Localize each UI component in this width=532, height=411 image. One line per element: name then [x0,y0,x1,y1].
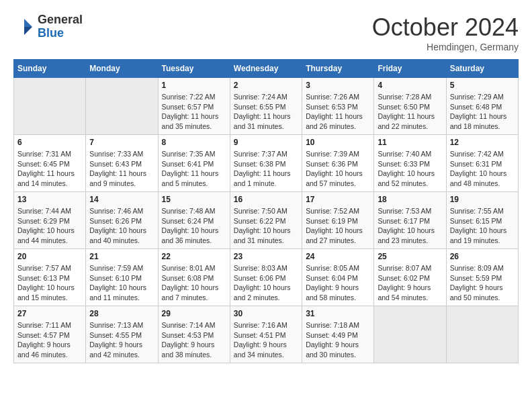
day-info: Sunrise: 7:59 AMSunset: 6:10 PMDaylight:… [89,263,154,303]
day-info: Sunrise: 8:05 AMSunset: 6:04 PMDaylight:… [306,263,370,303]
calendar-week-row: 6Sunrise: 7:31 AMSunset: 6:45 PMDaylight… [14,135,519,192]
calendar-cell: 8Sunrise: 7:35 AMSunset: 6:41 PMDaylight… [158,135,230,192]
day-number: 26 [450,252,515,261]
calendar-cell: 13Sunrise: 7:44 AMSunset: 6:29 PMDayligh… [14,192,86,249]
day-number: 4 [378,81,442,90]
page-header: General Blue October 2024 Hemdingen, Ger… [13,13,519,52]
weekday-header: Saturday [446,60,518,78]
day-number: 31 [306,309,370,318]
day-number: 6 [17,138,82,147]
location: Hemdingen, Germany [372,42,519,52]
day-number: 14 [89,195,154,204]
day-info: Sunrise: 7:14 AMSunset: 4:53 PMDaylight:… [162,320,226,360]
day-number: 18 [378,195,442,204]
calendar-week-row: 13Sunrise: 7:44 AMSunset: 6:29 PMDayligh… [14,192,519,249]
calendar-cell [14,78,86,135]
logo-text: General Blue [38,13,83,40]
calendar-cell [86,78,158,135]
calendar-cell: 21Sunrise: 7:59 AMSunset: 6:10 PMDayligh… [86,249,158,306]
day-number: 9 [234,138,298,147]
calendar-cell: 27Sunrise: 7:11 AMSunset: 4:57 PMDayligh… [14,306,86,363]
calendar-cell: 25Sunrise: 8:07 AMSunset: 6:02 PMDayligh… [374,249,446,306]
day-number: 11 [378,138,442,147]
day-number: 20 [17,252,82,261]
calendar-cell: 4Sunrise: 7:28 AMSunset: 6:50 PMDaylight… [374,78,446,135]
calendar-cell: 10Sunrise: 7:39 AMSunset: 6:36 PMDayligh… [302,135,374,192]
day-info: Sunrise: 7:24 AMSunset: 6:55 PMDaylight:… [234,92,298,132]
day-number: 28 [89,309,154,318]
logo-icon [13,16,35,38]
calendar-cell [446,306,518,363]
calendar-cell: 19Sunrise: 7:55 AMSunset: 6:15 PMDayligh… [446,192,518,249]
weekday-header: Monday [86,60,158,78]
day-info: Sunrise: 7:46 AMSunset: 6:26 PMDaylight:… [89,206,154,246]
day-info: Sunrise: 7:40 AMSunset: 6:33 PMDaylight:… [378,149,442,189]
calendar-cell: 9Sunrise: 7:37 AMSunset: 6:38 PMDaylight… [230,135,302,192]
calendar-cell: 3Sunrise: 7:26 AMSunset: 6:53 PMDaylight… [302,78,374,135]
calendar-cell [374,306,446,363]
day-info: Sunrise: 7:37 AMSunset: 6:38 PMDaylight:… [234,149,298,189]
day-info: Sunrise: 7:42 AMSunset: 6:31 PMDaylight:… [450,149,515,189]
svg-marker-0 [24,19,32,27]
calendar-cell: 18Sunrise: 7:53 AMSunset: 6:17 PMDayligh… [374,192,446,249]
calendar-cell: 24Sunrise: 8:05 AMSunset: 6:04 PMDayligh… [302,249,374,306]
weekday-header: Wednesday [230,60,302,78]
calendar-table: SundayMondayTuesdayWednesdayThursdayFrid… [13,59,519,363]
day-info: Sunrise: 7:50 AMSunset: 6:22 PMDaylight:… [234,206,298,246]
day-info: Sunrise: 7:52 AMSunset: 6:19 PMDaylight:… [306,206,370,246]
day-number: 25 [378,252,442,261]
weekday-header: Sunday [14,60,86,78]
calendar-cell: 1Sunrise: 7:22 AMSunset: 6:57 PMDaylight… [158,78,230,135]
day-info: Sunrise: 7:26 AMSunset: 6:53 PMDaylight:… [306,92,370,132]
calendar-cell: 14Sunrise: 7:46 AMSunset: 6:26 PMDayligh… [86,192,158,249]
logo: General Blue [13,13,83,40]
day-info: Sunrise: 7:57 AMSunset: 6:13 PMDaylight:… [17,263,82,303]
day-number: 23 [234,252,298,261]
calendar-week-row: 27Sunrise: 7:11 AMSunset: 4:57 PMDayligh… [14,306,519,363]
day-info: Sunrise: 8:09 AMSunset: 5:59 PMDaylight:… [450,263,515,303]
day-info: Sunrise: 7:35 AMSunset: 6:41 PMDaylight:… [162,149,226,189]
day-info: Sunrise: 7:31 AMSunset: 6:45 PMDaylight:… [17,149,82,189]
weekday-header: Thursday [302,60,374,78]
calendar-cell: 31Sunrise: 7:18 AMSunset: 4:49 PMDayligh… [302,306,374,363]
day-info: Sunrise: 7:33 AMSunset: 6:43 PMDaylight:… [89,149,154,189]
calendar-week-row: 1Sunrise: 7:22 AMSunset: 6:57 PMDaylight… [14,78,519,135]
calendar-cell: 15Sunrise: 7:48 AMSunset: 6:24 PMDayligh… [158,192,230,249]
calendar-cell: 12Sunrise: 7:42 AMSunset: 6:31 PMDayligh… [446,135,518,192]
day-info: Sunrise: 7:22 AMSunset: 6:57 PMDaylight:… [162,92,226,132]
calendar-cell: 26Sunrise: 8:09 AMSunset: 5:59 PMDayligh… [446,249,518,306]
day-number: 7 [89,138,154,147]
calendar-cell: 11Sunrise: 7:40 AMSunset: 6:33 PMDayligh… [374,135,446,192]
day-number: 29 [162,309,226,318]
day-number: 19 [450,195,515,204]
day-info: Sunrise: 7:55 AMSunset: 6:15 PMDaylight:… [450,206,515,246]
day-info: Sunrise: 8:01 AMSunset: 6:08 PMDaylight:… [162,263,226,303]
day-info: Sunrise: 7:53 AMSunset: 6:17 PMDaylight:… [378,206,442,246]
day-info: Sunrise: 7:28 AMSunset: 6:50 PMDaylight:… [378,92,442,132]
calendar-cell: 20Sunrise: 7:57 AMSunset: 6:13 PMDayligh… [14,249,86,306]
day-info: Sunrise: 7:13 AMSunset: 4:55 PMDaylight:… [89,320,154,360]
day-info: Sunrise: 7:11 AMSunset: 4:57 PMDaylight:… [17,320,82,360]
day-number: 1 [162,81,226,90]
day-number: 27 [17,309,82,318]
day-info: Sunrise: 8:03 AMSunset: 6:06 PMDaylight:… [234,263,298,303]
day-info: Sunrise: 8:07 AMSunset: 6:02 PMDaylight:… [378,263,442,303]
day-info: Sunrise: 7:16 AMSunset: 4:51 PMDaylight:… [234,320,298,360]
day-number: 21 [89,252,154,261]
svg-marker-1 [24,27,32,35]
day-number: 30 [234,309,298,318]
title-block: October 2024 Hemdingen, Germany [372,13,519,52]
day-info: Sunrise: 7:39 AMSunset: 6:36 PMDaylight:… [306,149,370,189]
calendar-cell: 6Sunrise: 7:31 AMSunset: 6:45 PMDaylight… [14,135,86,192]
month-title: October 2024 [372,13,519,42]
day-number: 10 [306,138,370,147]
day-number: 2 [234,81,298,90]
day-number: 3 [306,81,370,90]
weekday-header: Friday [374,60,446,78]
calendar-cell: 7Sunrise: 7:33 AMSunset: 6:43 PMDaylight… [86,135,158,192]
weekday-header: Tuesday [158,60,230,78]
day-number: 5 [450,81,515,90]
day-number: 16 [234,195,298,204]
day-info: Sunrise: 7:48 AMSunset: 6:24 PMDaylight:… [162,206,226,246]
calendar-cell: 16Sunrise: 7:50 AMSunset: 6:22 PMDayligh… [230,192,302,249]
